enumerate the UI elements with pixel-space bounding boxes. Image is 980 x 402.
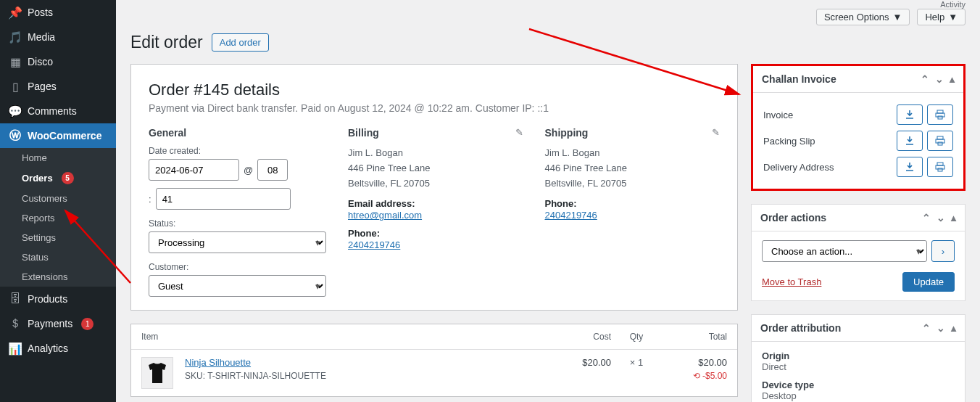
main-content: Activity Screen Options▼ Help▼ Edit orde…: [116, 0, 980, 402]
sku-value: T-SHIRT-NINJA-SILHOUETTE: [207, 371, 326, 381]
order-details-panel: Order #145 details Payment via Direct ba…: [130, 64, 738, 311]
page-icon: ▯: [9, 80, 22, 93]
sidebar-item-label: Comments: [28, 105, 77, 117]
item-row: Ninja Silhouette SKU: T-SHIRT-NINJA-SILH…: [131, 350, 737, 396]
sidebar-item-label: Pages: [28, 81, 57, 92]
product-name-link[interactable]: Ninja Silhouette: [185, 357, 251, 368]
sidebar-item-products[interactable]: 🗄Products: [0, 287, 116, 311]
undo-icon: ⟲: [693, 371, 700, 381]
products-icon: 🗄: [9, 292, 22, 305]
sku-label: SKU:: [185, 371, 205, 381]
sidebar-item-comments[interactable]: 💬Comments: [0, 99, 116, 123]
phone-label: Phone:: [545, 198, 721, 209]
move-down-icon[interactable]: ⌄: [937, 212, 945, 223]
admin-sidebar: 📌Posts 🎵Media ▦Disco ▯Pages 💬Comments ⓦW…: [0, 0, 116, 402]
shipping-phone-link[interactable]: 2404219746: [545, 210, 597, 221]
billing-email-link[interactable]: htreo@gmail.com: [348, 210, 422, 221]
button-label: Screen Options: [824, 12, 889, 22]
col-item: Item: [141, 332, 546, 342]
sidebar-item-label: Customers: [22, 193, 67, 204]
toggle-icon[interactable]: ▴: [951, 322, 956, 334]
update-button[interactable]: Update: [902, 272, 955, 292]
general-column: General Date created: @ : Sta: [149, 127, 326, 297]
col-cost: Cost: [546, 332, 611, 342]
origin-label: Origin: [762, 350, 955, 361]
status-select[interactable]: Processing: [149, 231, 326, 253]
apply-action-button[interactable]: ›: [931, 240, 955, 262]
sidebar-item-label: Products: [28, 293, 67, 305]
sidebar-item-posts[interactable]: 📌Posts: [0, 0, 116, 25]
packing-print-button[interactable]: [927, 131, 953, 151]
refund-amount: -$5.00: [702, 371, 727, 381]
customer-label: Customer:: [149, 262, 326, 272]
customer-select[interactable]: Guest: [149, 275, 326, 297]
sidebar-item-payments[interactable]: ＄Payments1: [0, 311, 116, 336]
date-input[interactable]: [149, 159, 239, 181]
origin-value: Direct: [762, 361, 955, 372]
billing-phone-link[interactable]: 2404219746: [348, 239, 400, 250]
move-down-icon[interactable]: ⌄: [935, 73, 944, 85]
col-qty: Qty: [611, 332, 662, 342]
at-symbol: @: [244, 165, 253, 176]
activity-label: Activity: [940, 0, 966, 9]
challan-invoice-metabox: Challan Invoice ⌃⌄▴ Invoice Packing: [751, 64, 966, 191]
move-to-trash-link[interactable]: Move to Trash: [762, 276, 821, 287]
sidebar-item-woocommerce[interactable]: ⓦWooCommerce: [0, 123, 116, 148]
invoice-label: Invoice: [763, 110, 793, 120]
sidebar-item-analytics[interactable]: 📊Analytics: [0, 336, 116, 361]
item-total: $20.00: [662, 357, 727, 368]
svg-rect-6: [937, 163, 943, 165]
product-thumb: [141, 357, 173, 389]
move-down-icon[interactable]: ⌄: [937, 322, 945, 334]
sidebar-item-label: Payments: [28, 318, 72, 329]
metabox-title: Order attribution: [760, 322, 841, 334]
move-up-icon[interactable]: ⌃: [922, 322, 931, 334]
section-title: Billing: [348, 127, 523, 139]
item-cost: $20.00: [546, 357, 611, 368]
order-actions-metabox: Order actions ⌃⌄▴ Choose an action... › …: [751, 204, 966, 301]
col-total: Total: [662, 332, 727, 342]
sidebar-item-label: Settings: [22, 232, 56, 243]
sidebar-item-status[interactable]: Status: [0, 247, 116, 267]
shipping-column: Shipping ✎ Jim L. Bogan 446 Pine Tree La…: [545, 127, 721, 297]
help-button[interactable]: Help▼: [917, 9, 966, 25]
sidebar-item-reports[interactable]: Reports: [0, 208, 116, 228]
section-title: Shipping: [545, 127, 721, 139]
colon-symbol: :: [149, 194, 151, 205]
sidebar-item-orders[interactable]: Orders5: [0, 168, 116, 189]
order-attribution-metabox: Order attribution ⌃⌄▴ OriginDirect Devic…: [751, 314, 966, 402]
sidebar-item-customers[interactable]: Customers: [0, 189, 116, 208]
minute-input[interactable]: [156, 188, 291, 210]
move-up-icon[interactable]: ⌃: [921, 73, 929, 85]
triangle-down-icon: ▼: [948, 12, 958, 22]
delivery-download-button[interactable]: [897, 157, 923, 177]
sidebar-item-media[interactable]: 🎵Media: [0, 25, 116, 49]
packing-download-button[interactable]: [897, 131, 923, 151]
toggle-icon[interactable]: ▴: [951, 212, 956, 223]
sidebar-item-extensions[interactable]: Extensions: [0, 267, 116, 287]
sidebar-item-home[interactable]: Home: [0, 148, 116, 168]
pin-icon: 📌: [9, 6, 22, 19]
toggle-icon[interactable]: ▴: [950, 73, 955, 85]
comment-icon: 💬: [9, 104, 22, 118]
add-order-button[interactable]: Add order: [212, 33, 269, 52]
edit-billing-icon[interactable]: ✎: [515, 127, 523, 138]
delivery-print-button[interactable]: [927, 157, 953, 177]
triangle-down-icon: ▼: [893, 12, 902, 22]
order-sub: Payment via Direct bank transfer. Paid o…: [149, 102, 720, 114]
status-label: Status:: [149, 218, 326, 229]
sidebar-item-label: Analytics: [28, 342, 68, 354]
metabox-title: Order actions: [760, 212, 826, 223]
sidebar-item-pages[interactable]: ▯Pages: [0, 74, 116, 99]
move-up-icon[interactable]: ⌃: [922, 212, 931, 223]
invoice-download-button[interactable]: [897, 104, 923, 125]
hour-input[interactable]: [257, 159, 288, 181]
order-heading: Order #145 details: [149, 81, 720, 99]
order-action-select[interactable]: Choose an action...: [762, 240, 927, 262]
screen-options-button[interactable]: Screen Options▼: [816, 9, 910, 25]
sidebar-item-settings[interactable]: Settings: [0, 228, 116, 247]
invoice-print-button[interactable]: [927, 104, 953, 125]
sidebar-item-disco[interactable]: ▦Disco: [0, 49, 116, 74]
edit-shipping-icon[interactable]: ✎: [712, 127, 720, 138]
sidebar-item-label: Media: [28, 31, 55, 43]
